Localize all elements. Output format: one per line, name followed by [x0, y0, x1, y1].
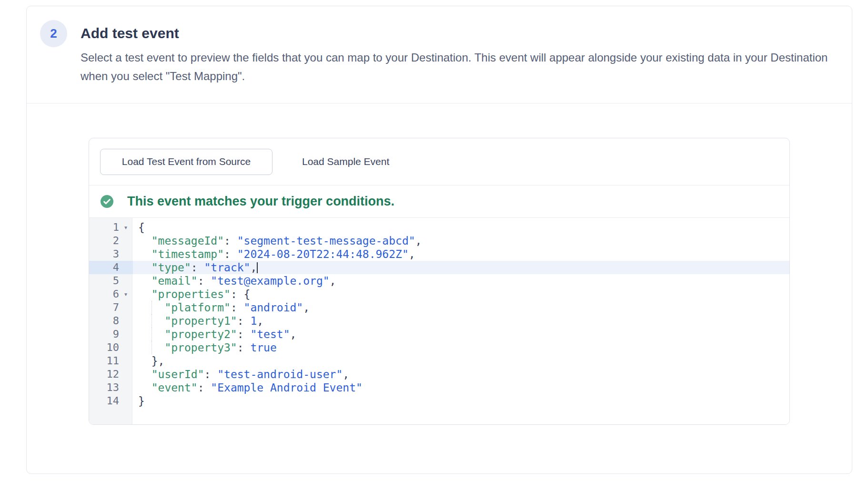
- page-title: Add test event: [81, 25, 179, 41]
- code-line[interactable]: 3 "timestamp": "2024-08-20T22:44:48.962Z…: [89, 247, 789, 261]
- header-divider: [27, 103, 852, 103]
- code-line[interactable]: 5 "email": "test@example.org",: [89, 274, 789, 288]
- step-number: 2: [50, 26, 57, 41]
- line-number: 11: [89, 354, 119, 368]
- check-circle-icon: [101, 195, 113, 208]
- gutter-cell: 2: [89, 234, 133, 247]
- code-text[interactable]: {: [133, 221, 789, 234]
- code-text[interactable]: },: [133, 354, 789, 368]
- code-line[interactable]: 7 "platform": "android",: [89, 301, 789, 314]
- fold-arrow-icon[interactable]: ▾: [119, 288, 132, 301]
- text-cursor: [257, 262, 258, 273]
- line-number: 7: [89, 301, 119, 314]
- load-sample-event-button[interactable]: Load Sample Event: [297, 149, 394, 175]
- code-text[interactable]: "messageId": "segment-test-message-abcd"…: [133, 234, 789, 247]
- code-text[interactable]: "property1": 1,: [133, 314, 789, 328]
- gutter-cell: 13: [89, 381, 133, 394]
- line-number: 2: [89, 234, 119, 247]
- code-line[interactable]: 9 "property2": "test",: [89, 328, 789, 341]
- code-text[interactable]: }: [133, 394, 789, 408]
- line-number: 12: [89, 368, 119, 381]
- code-line[interactable]: 13 "event": "Example Android Event": [89, 381, 789, 394]
- gutter-cell: 10: [89, 341, 133, 354]
- code-line[interactable]: 12 "userId": "test-android-user",: [89, 368, 789, 381]
- code-line[interactable]: 4 "type": "track",: [89, 261, 789, 274]
- add-test-event-card: 2 Add test event Select a test event to …: [26, 6, 852, 474]
- gutter-cell: 6▾: [89, 288, 133, 301]
- code-text[interactable]: "email": "test@example.org",: [133, 274, 789, 288]
- gutter-cell: 5: [89, 274, 133, 288]
- code-text[interactable]: "userId": "test-android-user",: [133, 368, 789, 381]
- gutter-cell: 1▾: [89, 221, 133, 234]
- line-number: 10: [89, 341, 119, 354]
- gutter-cell: 14: [89, 394, 133, 408]
- json-editor-lines: 1▾{2 "messageId": "segment-test-message-…: [89, 221, 789, 408]
- fold-arrow-icon[interactable]: ▾: [119, 221, 132, 234]
- code-text[interactable]: "platform": "android",: [133, 301, 789, 314]
- line-number: 4: [89, 261, 119, 274]
- gutter-cell: 12: [89, 368, 133, 381]
- trigger-match-status: This event matches your trigger conditio…: [89, 185, 789, 218]
- gutter-cell: 7: [89, 301, 133, 314]
- code-line[interactable]: 14}: [89, 394, 789, 408]
- gutter-cell: 11: [89, 354, 133, 368]
- event-source-toolbar: Load Test Event from Source Load Sample …: [89, 138, 789, 185]
- step-header: 2 Add test event Select a test event to …: [27, 6, 852, 103]
- step-number-badge: 2: [40, 20, 67, 47]
- gutter-cell: 3: [89, 247, 133, 261]
- line-number: 14: [89, 394, 119, 408]
- gutter-cell: 8: [89, 314, 133, 328]
- line-number: 6: [89, 288, 119, 301]
- code-line[interactable]: 1▾{: [89, 221, 789, 234]
- gutter-cell: 4: [89, 261, 133, 274]
- code-text[interactable]: "type": "track",: [133, 261, 789, 274]
- code-text[interactable]: "property2": "test",: [133, 328, 789, 341]
- gutter-cell: 9: [89, 328, 133, 341]
- code-line[interactable]: 6▾ "properties": {: [89, 288, 789, 301]
- line-number: 5: [89, 274, 119, 288]
- line-number: 8: [89, 314, 119, 328]
- load-test-event-button[interactable]: Load Test Event from Source: [100, 149, 273, 175]
- code-text[interactable]: "properties": {: [133, 288, 789, 301]
- code-text[interactable]: "timestamp": "2024-08-20T22:44:48.962Z",: [133, 247, 789, 261]
- code-line[interactable]: 10 "property3": true: [89, 341, 789, 354]
- line-number: 13: [89, 381, 119, 394]
- trigger-match-message: This event matches your trigger conditio…: [127, 194, 394, 209]
- code-text[interactable]: "event": "Example Android Event": [133, 381, 789, 394]
- line-number: 9: [89, 328, 119, 341]
- code-line[interactable]: 2 "messageId": "segment-test-message-abc…: [89, 234, 789, 247]
- code-text[interactable]: "property3": true: [133, 341, 789, 354]
- test-event-panel: Load Test Event from Source Load Sample …: [89, 138, 790, 425]
- line-number: 3: [89, 247, 119, 261]
- code-line[interactable]: 8 "property1": 1,: [89, 314, 789, 328]
- json-editor[interactable]: 1▾{2 "messageId": "segment-test-message-…: [89, 218, 789, 424]
- code-line[interactable]: 11 },: [89, 354, 789, 368]
- step-description: Select a test event to preview the field…: [81, 48, 837, 85]
- line-number: 1: [89, 221, 119, 234]
